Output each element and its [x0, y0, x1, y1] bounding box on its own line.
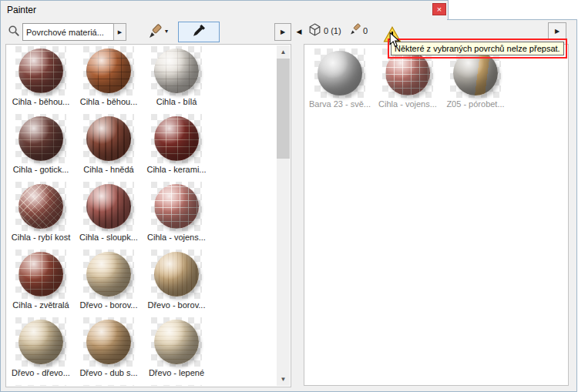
material-label: Cihla - hnědá — [83, 165, 133, 175]
material-item[interactable]: Dřevo - borov... — [143, 249, 210, 317]
search-input[interactable] — [22, 23, 114, 41]
material-label: Cihla - sloupk... — [79, 233, 138, 243]
material-label: Barva 23 - svě... — [309, 99, 371, 109]
material-item[interactable]: Cihla - vojens... — [143, 181, 210, 249]
toolbar-flyout-button[interactable]: ▶ — [274, 23, 291, 41]
material-thumbnail — [83, 46, 134, 95]
search-flyout-button[interactable]: ▶ — [113, 23, 126, 41]
material-label: Cihla - gotick... — [13, 165, 69, 175]
materials-list: Cihla - běhou...Cihla - běhou...Cihla - … — [5, 44, 291, 387]
material-sphere — [154, 49, 199, 93]
material-item[interactable]: Cihla - bílá — [143, 45, 210, 113]
material-label: Dřevo - dub s... — [79, 368, 137, 378]
tooltip-annotation-box: Některé z vybraných povrchů nelze přepsa… — [388, 39, 567, 59]
material-item[interactable]: Dřevo - dřevo... — [7, 317, 75, 384]
material-item[interactable]: Dřevo - lepené — [143, 317, 210, 384]
material-label: Cihla - kerami... — [146, 165, 206, 175]
material-label: Cihla - bílá — [156, 97, 197, 107]
panel-flyout-button[interactable]: ▶ — [548, 22, 566, 40]
material-label: Z05 - pórobet... — [446, 99, 504, 109]
material-label: Cihla - vojens... — [378, 99, 437, 109]
material-thumbnail — [83, 182, 134, 231]
search-icon — [8, 25, 20, 37]
materials-grid: Cihla - běhou...Cihla - běhou...Cihla - … — [7, 45, 277, 386]
eyedropper-icon — [191, 23, 207, 42]
paintbrush-icon[interactable] — [146, 23, 163, 40]
surfaces-cube-icon — [308, 23, 321, 40]
material-thumbnail — [151, 317, 202, 367]
material-thumbnail — [15, 385, 66, 386]
mouse-cursor-icon — [389, 32, 400, 51]
material-sphere — [18, 184, 63, 229]
material-thumbnail — [83, 114, 134, 163]
material-thumbnail — [83, 250, 134, 299]
scroll-up-button[interactable]: ▲ — [277, 45, 290, 59]
painter-window-canvas: Painter × ▶ ▾ ▶ ◀ 0 (1) — [0, 0, 578, 392]
material-item[interactable]: Cihla - kerami... — [143, 113, 210, 181]
material-label: Cihla - rybí kost — [12, 233, 70, 243]
material-item[interactable]: Dřevo - maha... — [7, 384, 75, 386]
material-label: Cihla - běhou... — [80, 97, 138, 107]
tooltip: Některé z vybraných povrchů nelze přepsa… — [391, 42, 564, 55]
material-sphere — [86, 320, 131, 364]
material-label: Dřevo - borov... — [148, 300, 206, 310]
selected-materials-grid: Barva 23 - svě...Cihla - vojens...Z05 - … — [306, 48, 566, 384]
material-label: Cihla - zvětralá — [12, 300, 69, 310]
selected-materials-list: Barva 23 - svě...Cihla - vojens...Z05 - … — [304, 44, 569, 386]
material-sphere — [86, 49, 131, 93]
title-bar[interactable]: Painter — [1, 1, 448, 19]
scroll-thumb[interactable] — [277, 59, 290, 159]
material-thumbnail — [15, 46, 66, 95]
material-label: Dřevo - dřevo... — [12, 368, 70, 378]
material-sphere — [154, 320, 199, 364]
material-sphere — [154, 184, 199, 229]
material-thumbnail — [83, 385, 134, 386]
material-thumbnail — [15, 317, 66, 367]
material-sphere — [154, 116, 199, 161]
material-item[interactable]: Cihla - rybí kost — [7, 181, 75, 249]
material-sphere — [86, 184, 131, 229]
material-thumbnail — [15, 114, 66, 163]
material-sphere — [86, 252, 131, 297]
material-sphere — [318, 51, 362, 95]
scroll-down-button[interactable]: ▼ — [277, 373, 290, 386]
material-item[interactable]: Cihla - zvětralá — [7, 249, 75, 317]
applied-count: 0 — [363, 26, 368, 35]
material-item[interactable]: Cihla - sloupk... — [75, 181, 143, 249]
material-thumbnail — [314, 49, 365, 98]
material-item[interactable]: Dřevo - maha... — [75, 384, 143, 386]
material-thumbnail — [15, 250, 66, 299]
material-thumbnail — [151, 182, 202, 231]
brush-dropdown-icon[interactable]: ▾ — [165, 28, 168, 35]
material-thumbnail — [151, 114, 202, 163]
material-sphere — [18, 252, 63, 297]
material-item[interactable]: Dřevo - borov... — [75, 249, 143, 317]
material-label: Cihla - vojens... — [147, 233, 206, 243]
material-sphere — [18, 320, 63, 364]
material-sphere — [86, 116, 131, 161]
material-item[interactable]: Cihla - gotick... — [7, 113, 75, 181]
material-sphere — [154, 252, 199, 297]
close-button[interactable]: × — [432, 3, 446, 15]
surfaces-count: 0 (1) — [324, 26, 341, 35]
material-item[interactable]: Cihla - běhou... — [7, 45, 75, 113]
applied-brush-icon — [348, 23, 362, 40]
scrollbar[interactable]: ▲ ▼ — [277, 45, 290, 386]
material-label: Dřevo - borov... — [80, 300, 138, 310]
material-item[interactable]: Dřevo - ořech... — [143, 384, 210, 386]
material-sphere — [18, 49, 63, 93]
material-item[interactable]: Cihla - běhou... — [75, 45, 143, 113]
material-thumbnail — [151, 46, 202, 95]
material-label: Cihla - běhou... — [12, 97, 70, 107]
material-thumbnail — [151, 385, 202, 386]
collapse-panel-button[interactable]: ◀ — [294, 25, 304, 38]
selected-material-item[interactable]: Barva 23 - svě... — [306, 48, 374, 116]
material-item[interactable]: Dřevo - dub s... — [75, 317, 143, 384]
material-thumbnail — [151, 250, 202, 299]
material-label: Dřevo - lepené — [149, 368, 204, 378]
eyedropper-button[interactable] — [178, 22, 220, 42]
material-sphere — [18, 116, 63, 161]
window-title: Painter — [7, 5, 36, 15]
material-thumbnail — [83, 317, 134, 367]
material-item[interactable]: Cihla - hnědá — [75, 113, 143, 181]
